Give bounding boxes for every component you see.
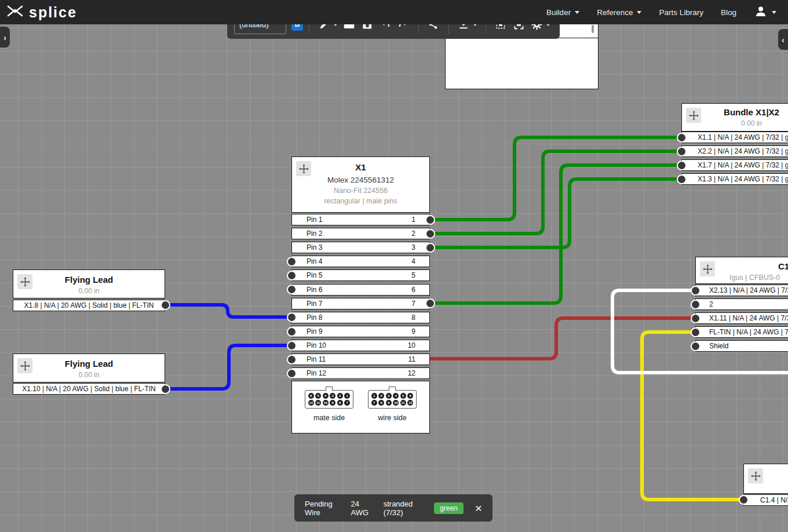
x1-pin-row-3[interactable]: Pin 33	[291, 242, 430, 253]
connection-point[interactable]	[425, 215, 435, 225]
footprint-pin-12: 12	[407, 400, 413, 406]
x1-pin-row-2[interactable]: Pin 22	[291, 228, 430, 239]
pending-wire-strand: stranded (7/32)	[384, 500, 423, 517]
x1-pin-row-8[interactable]: Pin 88	[291, 312, 430, 323]
account-button[interactable]	[754, 5, 776, 20]
connection-point[interactable]	[287, 341, 297, 351]
right-panel-expand-tab[interactable]: ‹	[778, 29, 788, 50]
footprint-pin-row: 789101112	[371, 400, 414, 406]
c1-wire-row-2[interactable]: 2	[695, 298, 788, 310]
x1-pin-row-11[interactable]: Pin 1111	[291, 354, 430, 365]
connection-point[interactable]	[287, 257, 297, 267]
connection-point[interactable]	[287, 355, 297, 365]
connection-point[interactable]	[425, 229, 435, 239]
node-part-number: Molex 2245561312	[292, 176, 429, 184]
flying-lead-1-wire-row[interactable]: X1.8 | N/A | 20 AWG | Solid | blue | FL-…	[13, 300, 165, 311]
move-handle-icon[interactable]	[296, 161, 311, 176]
flying-lead-2-node[interactable]: Flying Lead 0.00 in	[13, 354, 165, 382]
connection-point[interactable]	[287, 271, 297, 280]
move-handle-icon[interactable]	[686, 108, 701, 123]
pin-label: Pin 10	[307, 341, 326, 349]
connection-point[interactable]	[677, 174, 687, 184]
x1-pin-row-6[interactable]: Pin 66	[291, 284, 430, 296]
corner-node[interactable]	[743, 464, 788, 494]
corner-wire-row[interactable]: C1.4 | N/A | 24 AWG	[743, 494, 788, 506]
connection-point[interactable]	[691, 286, 701, 296]
pin-number: 10	[408, 341, 415, 349]
wire-row-label: X1.3 | N/A | 24 AWG | 7/32 | green	[698, 175, 788, 183]
nav-item-parts-library[interactable]: Parts Library	[659, 8, 703, 17]
connection-point[interactable]	[677, 161, 687, 170]
nav-item-builder[interactable]: Builder	[546, 8, 579, 17]
node-title: C1	[778, 261, 788, 271]
connection-point[interactable]	[287, 312, 297, 322]
nav-item-reference[interactable]: Reference	[597, 8, 641, 17]
pin-label: Pin 6	[307, 286, 322, 294]
chevron-down-icon	[575, 11, 579, 14]
left-panel-expand-tab[interactable]: ›	[0, 27, 10, 48]
connection-point[interactable]	[425, 243, 435, 253]
x1-pin-row-12[interactable]: Pin 1212	[291, 367, 430, 379]
connection-point[interactable]	[425, 298, 435, 308]
wire-x1.3-green[interactable]	[430, 179, 681, 247]
bundle-wire-row-4[interactable]: X1.3 | N/A | 24 AWG | 7/32 | green	[681, 173, 788, 185]
bundle-wire-row-1[interactable]: X1.1 | N/A | 24 AWG | 7/32 | green	[681, 132, 788, 143]
connection-point[interactable]	[691, 341, 701, 351]
c1-wire-row-3[interactable]: X1.11 | N/A | 24 AWG | 7/32	[695, 312, 788, 324]
wire-x1.8-blue[interactable]	[165, 305, 291, 317]
connector-x1-node[interactable]: X1 Molex 2245561312 Nano-Fit 224556 rect…	[291, 156, 430, 213]
c1-wire-row-5[interactable]: Shield	[695, 340, 788, 352]
note-scrollbar[interactable]	[592, 25, 594, 33]
connection-point[interactable]	[677, 133, 687, 143]
c1-wire-row-4[interactable]: FL-TIN | N/A | 24 AWG | 7/32	[695, 326, 788, 338]
brand[interactable]: splice	[7, 4, 77, 21]
wire-x1.11-red[interactable]	[430, 318, 695, 359]
navbar: splice Builder Reference Parts Library B…	[0, 0, 788, 24]
move-handle-icon[interactable]	[748, 468, 763, 483]
pin-label: Pin 1	[307, 216, 322, 224]
connection-point[interactable]	[160, 300, 170, 310]
connection-point[interactable]	[287, 369, 297, 378]
x1-pin-row-9[interactable]: Pin 99	[291, 326, 430, 337]
move-handle-icon[interactable]	[700, 261, 715, 276]
connection-point[interactable]	[739, 495, 749, 505]
connection-point[interactable]	[677, 147, 687, 156]
pin-label: Pin 12	[307, 369, 326, 377]
wire-row-label: X1.1 | N/A | 24 AWG | 7/32 | green	[698, 133, 788, 141]
bundle-x1-x2-node[interactable]: Bundle X1|X2 0.00 in	[681, 103, 788, 132]
x1-pin-row-7[interactable]: Pin 77	[291, 298, 430, 309]
pin-label: Pin 4	[307, 257, 322, 265]
node-shape: rectangular | male pins	[292, 197, 429, 205]
connection-point[interactable]	[691, 300, 701, 309]
cable-c1-node[interactable]: C1 Igus | CFBUS-0	[695, 257, 788, 284]
flying-lead-2-wire-row[interactable]: X1.10 | N/A | 20 AWG | Solid | blue | FL…	[13, 383, 165, 395]
footprint-mate-side: 654321121110987 mate side	[305, 390, 353, 433]
pending-wire-bar: Pending Wire 24 AWG stranded (7/32) gree…	[294, 494, 493, 522]
bundle-wire-row-2[interactable]: X2.2 | N/A | 24 AWG | 7/32 | green	[681, 145, 788, 157]
move-handle-icon[interactable]	[17, 358, 32, 373]
wire-x1.10-blue[interactable]	[165, 345, 291, 389]
move-handle-icon[interactable]	[17, 274, 32, 289]
connection-point[interactable]	[691, 327, 701, 337]
flying-lead-1-node[interactable]: Flying Lead 0.00 in	[13, 269, 165, 298]
pending-wire-color-badge[interactable]: green	[434, 502, 464, 514]
node-title: Flying Lead	[13, 359, 165, 369]
bundle-rows: X1.1 | N/A | 24 AWG | 7/32 | greenX2.2 |…	[681, 132, 788, 190]
connection-point[interactable]	[691, 314, 701, 323]
connection-point[interactable]	[287, 285, 297, 294]
x1-pin-row-4[interactable]: Pin 44	[291, 256, 430, 267]
close-icon[interactable]: ×	[475, 502, 482, 514]
footprint-pin-3: 3	[330, 393, 335, 399]
x1-pin-row-10[interactable]: Pin 1010	[291, 340, 430, 351]
c1-wire-row-1[interactable]: X2.13 | N/A | 24 AWG | 7/32	[695, 285, 788, 296]
footprint-pin-grid: 123456789101112	[368, 390, 417, 409]
x1-pin-row-1[interactable]: Pin 11	[291, 214, 430, 225]
x1-pin-row-5[interactable]: Pin 55	[291, 269, 430, 281]
bundle-wire-row-3[interactable]: X1.7 | N/A | 24 AWG | 7/32 | green	[681, 159, 788, 171]
diagram-canvas[interactable]: › ‹ Note 1	[0, 24, 788, 532]
connection-point[interactable]	[287, 327, 297, 337]
footprint-pin-6: 6	[308, 393, 314, 399]
wire-c1.4-yellow[interactable]	[642, 332, 743, 500]
connection-point[interactable]	[160, 384, 170, 394]
nav-item-blog[interactable]: Blog	[721, 8, 736, 17]
